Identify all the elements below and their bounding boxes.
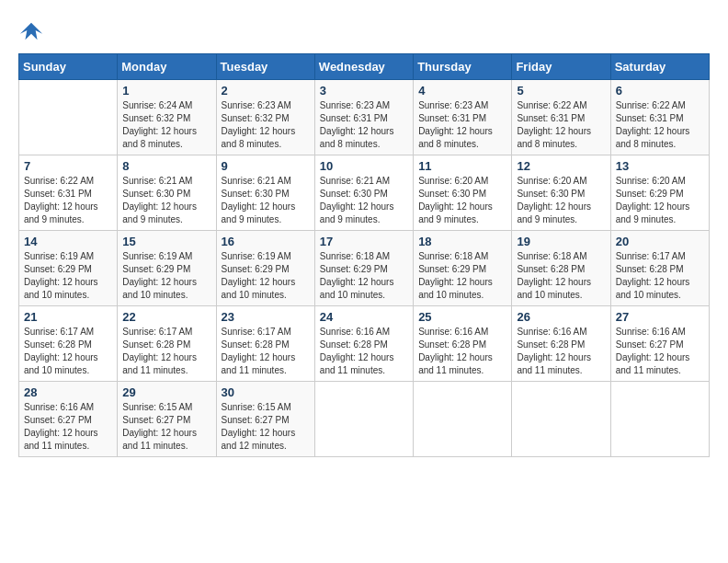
- weekday-header: Friday: [512, 54, 610, 80]
- weekday-header: Thursday: [414, 54, 512, 80]
- calendar-week-row: 1Sunrise: 6:24 AM Sunset: 6:32 PM Daylig…: [19, 80, 710, 155]
- day-info: Sunrise: 6:17 AM Sunset: 6:28 PM Dayligh…: [122, 326, 210, 377]
- calendar-cell: [610, 382, 709, 457]
- day-info: Sunrise: 6:19 AM Sunset: 6:29 PM Dayligh…: [122, 250, 210, 302]
- day-info: Sunrise: 6:19 AM Sunset: 6:29 PM Dayligh…: [222, 250, 310, 302]
- day-number: 19: [517, 235, 605, 248]
- calendar-cell: 3Sunrise: 6:23 AM Sunset: 6:31 PM Daylig…: [314, 80, 413, 155]
- calendar-cell: 29Sunrise: 6:15 AM Sunset: 6:27 PM Dayli…: [118, 382, 216, 457]
- day-number: 27: [616, 310, 704, 324]
- calendar-cell: 10Sunrise: 6:21 AM Sunset: 6:30 PM Dayli…: [314, 155, 413, 231]
- day-number: 12: [517, 159, 605, 173]
- calendar-cell: 25Sunrise: 6:16 AM Sunset: 6:28 PM Dayli…: [414, 306, 512, 382]
- day-info: Sunrise: 6:17 AM Sunset: 6:28 PM Dayligh…: [24, 326, 112, 377]
- day-number: 24: [320, 310, 408, 324]
- weekday-header: Saturday: [610, 54, 709, 80]
- calendar-cell: 4Sunrise: 6:23 AM Sunset: 6:31 PM Daylig…: [414, 80, 512, 155]
- day-number: 10: [320, 159, 408, 173]
- page-header: [18, 18, 710, 44]
- calendar-cell: 11Sunrise: 6:20 AM Sunset: 6:30 PM Dayli…: [414, 155, 512, 231]
- day-info: Sunrise: 6:23 AM Sunset: 6:31 PM Dayligh…: [418, 99, 506, 151]
- calendar-cell: 14Sunrise: 6:19 AM Sunset: 6:29 PM Dayli…: [19, 231, 118, 306]
- day-number: 15: [122, 235, 210, 248]
- logo-icon: [18, 18, 44, 44]
- logo: [18, 18, 48, 44]
- calendar-cell: 8Sunrise: 6:21 AM Sunset: 6:30 PM Daylig…: [118, 155, 216, 231]
- weekday-row: SundayMondayTuesdayWednesdayThursdayFrid…: [19, 54, 710, 80]
- day-number: 18: [418, 235, 506, 248]
- day-number: 28: [24, 385, 112, 399]
- day-number: 26: [517, 310, 605, 324]
- day-number: 23: [222, 310, 310, 324]
- weekday-header: Tuesday: [216, 54, 314, 80]
- weekday-header: Wednesday: [314, 54, 413, 80]
- day-number: 30: [222, 385, 310, 399]
- calendar-cell: 27Sunrise: 6:16 AM Sunset: 6:27 PM Dayli…: [610, 306, 709, 382]
- day-info: Sunrise: 6:24 AM Sunset: 6:32 PM Dayligh…: [122, 99, 210, 151]
- day-info: Sunrise: 6:21 AM Sunset: 6:30 PM Dayligh…: [222, 175, 310, 226]
- calendar-cell: 26Sunrise: 6:16 AM Sunset: 6:28 PM Dayli…: [512, 306, 610, 382]
- day-number: 9: [222, 159, 310, 173]
- day-info: Sunrise: 6:23 AM Sunset: 6:32 PM Dayligh…: [222, 99, 310, 151]
- day-info: Sunrise: 6:21 AM Sunset: 6:30 PM Dayligh…: [122, 175, 210, 226]
- calendar-cell: 30Sunrise: 6:15 AM Sunset: 6:27 PM Dayli…: [216, 382, 314, 457]
- day-info: Sunrise: 6:22 AM Sunset: 6:31 PM Dayligh…: [24, 175, 112, 226]
- day-number: 21: [24, 310, 112, 324]
- day-number: 7: [24, 159, 112, 173]
- calendar-cell: 22Sunrise: 6:17 AM Sunset: 6:28 PM Dayli…: [118, 306, 216, 382]
- day-info: Sunrise: 6:18 AM Sunset: 6:28 PM Dayligh…: [517, 250, 605, 302]
- weekday-header: Monday: [118, 54, 216, 80]
- day-info: Sunrise: 6:22 AM Sunset: 6:31 PM Dayligh…: [616, 99, 704, 151]
- calendar-cell: [512, 382, 610, 457]
- calendar-cell: 20Sunrise: 6:17 AM Sunset: 6:28 PM Dayli…: [610, 231, 709, 306]
- day-info: Sunrise: 6:19 AM Sunset: 6:29 PM Dayligh…: [24, 250, 112, 302]
- calendar-cell: 19Sunrise: 6:18 AM Sunset: 6:28 PM Dayli…: [512, 231, 610, 306]
- calendar-week-row: 14Sunrise: 6:19 AM Sunset: 6:29 PM Dayli…: [19, 231, 710, 306]
- day-number: 16: [222, 235, 310, 248]
- calendar-cell: [19, 80, 118, 155]
- calendar-cell: 18Sunrise: 6:18 AM Sunset: 6:29 PM Dayli…: [414, 231, 512, 306]
- calendar-cell: 16Sunrise: 6:19 AM Sunset: 6:29 PM Dayli…: [216, 231, 314, 306]
- calendar-cell: 5Sunrise: 6:22 AM Sunset: 6:31 PM Daylig…: [512, 80, 610, 155]
- day-info: Sunrise: 6:20 AM Sunset: 6:29 PM Dayligh…: [616, 175, 704, 226]
- day-number: 3: [320, 84, 408, 98]
- calendar-week-row: 7Sunrise: 6:22 AM Sunset: 6:31 PM Daylig…: [19, 155, 710, 231]
- calendar-cell: 17Sunrise: 6:18 AM Sunset: 6:29 PM Dayli…: [314, 231, 413, 306]
- day-info: Sunrise: 6:16 AM Sunset: 6:28 PM Dayligh…: [418, 326, 506, 377]
- day-info: Sunrise: 6:16 AM Sunset: 6:28 PM Dayligh…: [517, 326, 605, 377]
- calendar-table: SundayMondayTuesdayWednesdayThursdayFrid…: [18, 53, 710, 457]
- calendar-cell: 9Sunrise: 6:21 AM Sunset: 6:30 PM Daylig…: [216, 155, 314, 231]
- day-info: Sunrise: 6:15 AM Sunset: 6:27 PM Dayligh…: [222, 401, 310, 453]
- day-number: 11: [418, 159, 506, 173]
- day-number: 29: [122, 385, 210, 399]
- day-info: Sunrise: 6:20 AM Sunset: 6:30 PM Dayligh…: [418, 175, 506, 226]
- day-info: Sunrise: 6:23 AM Sunset: 6:31 PM Dayligh…: [320, 99, 408, 151]
- day-number: 4: [418, 84, 506, 98]
- day-info: Sunrise: 6:16 AM Sunset: 6:28 PM Dayligh…: [320, 326, 408, 377]
- day-info: Sunrise: 6:18 AM Sunset: 6:29 PM Dayligh…: [320, 250, 408, 302]
- calendar-body: 1Sunrise: 6:24 AM Sunset: 6:32 PM Daylig…: [19, 80, 710, 457]
- calendar-cell: 23Sunrise: 6:17 AM Sunset: 6:28 PM Dayli…: [216, 306, 314, 382]
- calendar-cell: 28Sunrise: 6:16 AM Sunset: 6:27 PM Dayli…: [19, 382, 118, 457]
- day-info: Sunrise: 6:15 AM Sunset: 6:27 PM Dayligh…: [122, 401, 210, 453]
- calendar-cell: [314, 382, 413, 457]
- calendar-week-row: 28Sunrise: 6:16 AM Sunset: 6:27 PM Dayli…: [19, 382, 710, 457]
- day-info: Sunrise: 6:18 AM Sunset: 6:29 PM Dayligh…: [418, 250, 506, 302]
- day-number: 8: [122, 159, 210, 173]
- day-number: 2: [222, 84, 310, 98]
- calendar-cell: 7Sunrise: 6:22 AM Sunset: 6:31 PM Daylig…: [19, 155, 118, 231]
- day-number: 5: [517, 84, 605, 98]
- calendar-cell: 13Sunrise: 6:20 AM Sunset: 6:29 PM Dayli…: [610, 155, 709, 231]
- day-info: Sunrise: 6:20 AM Sunset: 6:30 PM Dayligh…: [517, 175, 605, 226]
- day-info: Sunrise: 6:17 AM Sunset: 6:28 PM Dayligh…: [616, 250, 704, 302]
- calendar-cell: 12Sunrise: 6:20 AM Sunset: 6:30 PM Dayli…: [512, 155, 610, 231]
- day-number: 25: [418, 310, 506, 324]
- day-info: Sunrise: 6:16 AM Sunset: 6:27 PM Dayligh…: [24, 401, 112, 453]
- day-number: 6: [616, 84, 704, 98]
- calendar-cell: 24Sunrise: 6:16 AM Sunset: 6:28 PM Dayli…: [314, 306, 413, 382]
- day-number: 14: [24, 235, 112, 248]
- calendar-week-row: 21Sunrise: 6:17 AM Sunset: 6:28 PM Dayli…: [19, 306, 710, 382]
- day-info: Sunrise: 6:22 AM Sunset: 6:31 PM Dayligh…: [517, 99, 605, 151]
- calendar-cell: [414, 382, 512, 457]
- weekday-header: Sunday: [19, 54, 118, 80]
